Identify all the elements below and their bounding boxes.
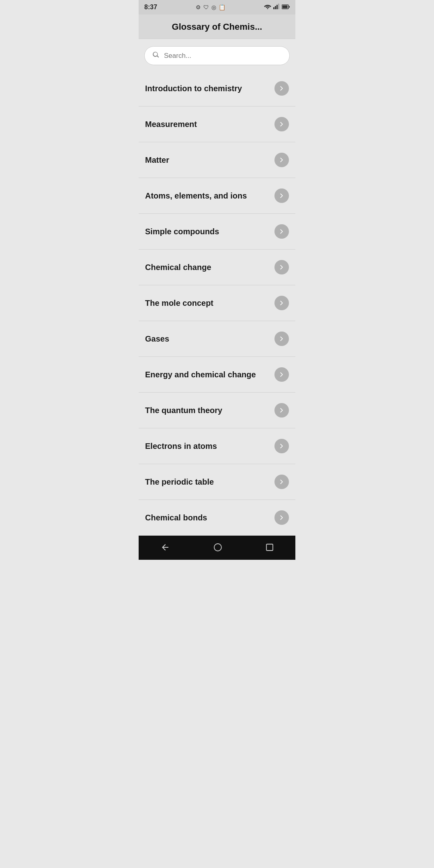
clipboard-icon: 📋: [219, 4, 225, 10]
list-item[interactable]: Introduction to chemistry: [139, 71, 295, 106]
svg-rect-8: [266, 544, 273, 551]
chevron-right-icon: [274, 188, 289, 203]
chevron-right-icon: [274, 475, 289, 489]
app-bar-title: Glossary of Chemis...: [172, 22, 262, 32]
list-item[interactable]: Measurement: [139, 106, 295, 142]
chevron-right-icon: [274, 153, 289, 167]
status-bar: 8:37 ⚙ 🛡 ◎ 📋: [139, 0, 295, 14]
chevron-right-icon: [274, 296, 289, 310]
list-item-label: Energy and chemical change: [145, 370, 271, 379]
list-item-label: Introduction to chemistry: [145, 84, 271, 93]
list-item-label: The quantum theory: [145, 406, 271, 415]
recents-button[interactable]: [258, 542, 282, 553]
list-item-label: Chemical bonds: [145, 513, 271, 522]
search-container: [139, 39, 295, 71]
chevron-right-icon: [274, 332, 289, 346]
bottom-nav: [139, 536, 295, 560]
list-item-label: The mole concept: [145, 299, 271, 308]
list-item[interactable]: The quantum theory: [139, 393, 295, 428]
svg-rect-1: [275, 6, 276, 9]
list-item-label: The periodic table: [145, 477, 271, 487]
svg-rect-2: [276, 5, 278, 9]
list-item[interactable]: Chemical bonds: [139, 500, 295, 536]
chevron-right-icon: [274, 260, 289, 274]
svg-rect-3: [278, 4, 279, 9]
list-item-label: Gases: [145, 334, 271, 344]
chevron-right-icon: [274, 367, 289, 382]
list-item[interactable]: Energy and chemical change: [139, 357, 295, 393]
list-item-label: Measurement: [145, 120, 271, 129]
list-item-label: Electrons in atoms: [145, 442, 271, 451]
list-item[interactable]: The mole concept: [139, 285, 295, 321]
list-item-label: Matter: [145, 156, 271, 165]
signal-icon: [273, 4, 280, 11]
svg-rect-5: [283, 6, 288, 8]
list-item-label: Simple compounds: [145, 227, 271, 236]
app-bar: Glossary of Chemis...: [139, 14, 295, 39]
chevron-right-icon: [274, 403, 289, 418]
svg-point-7: [214, 544, 221, 551]
chevron-right-icon: [274, 81, 289, 96]
home-button[interactable]: [205, 541, 230, 553]
status-time: 8:37: [144, 4, 157, 11]
chevron-right-icon: [274, 439, 289, 453]
list-item[interactable]: Atoms, elements, and ions: [139, 178, 295, 214]
chevron-right-icon: [274, 510, 289, 525]
list-item[interactable]: Chemical change: [139, 250, 295, 285]
search-input[interactable]: [164, 52, 282, 60]
back-button[interactable]: [152, 541, 178, 554]
chevron-right-icon: [274, 224, 289, 239]
chevron-right-icon: [274, 117, 289, 131]
wifi-icon: [264, 4, 271, 11]
circle-icon: ◎: [211, 4, 216, 10]
search-input-wrapper[interactable]: [144, 46, 290, 65]
svg-rect-6: [289, 6, 290, 8]
list-item[interactable]: Simple compounds: [139, 214, 295, 250]
search-icon: [152, 51, 160, 61]
list-container: Introduction to chemistryMeasurementMatt…: [139, 71, 295, 536]
battery-icon: [282, 4, 290, 11]
list-item[interactable]: Electrons in atoms: [139, 428, 295, 464]
status-right-icons: [264, 4, 290, 11]
list-item-label: Atoms, elements, and ions: [145, 191, 271, 201]
list-item-label: Chemical change: [145, 263, 271, 272]
settings-icon: ⚙: [196, 4, 201, 10]
list-item[interactable]: Matter: [139, 142, 295, 178]
list-item[interactable]: The periodic table: [139, 464, 295, 500]
shield-icon: 🛡: [203, 4, 209, 10]
status-icons: ⚙ 🛡 ◎ 📋: [196, 4, 225, 10]
list-item[interactable]: Gases: [139, 321, 295, 357]
svg-rect-0: [273, 7, 274, 9]
